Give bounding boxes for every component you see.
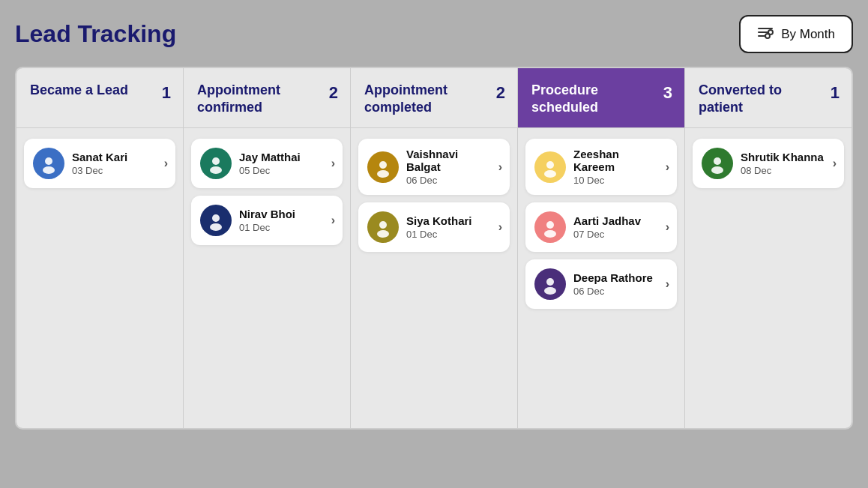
kanban-board: Became a Lead 1 Sanat Kari 03 Dec › Appo… — [15, 67, 853, 430]
card-info: Sanat Kari 03 Dec — [72, 151, 157, 176]
svg-point-11 — [379, 161, 387, 169]
svg-point-14 — [377, 230, 389, 238]
chevron-right-icon: › — [666, 277, 669, 291]
col-count-appointment-confirmed: 2 — [329, 83, 338, 103]
avatar — [702, 148, 733, 179]
card-item[interactable]: Jay Matthai 05 Dec › — [191, 139, 343, 188]
svg-point-17 — [546, 221, 554, 229]
card-date: 10 Dec — [573, 175, 658, 186]
card-name: Sanat Kari — [72, 151, 157, 163]
svg-point-22 — [711, 166, 723, 174]
col-title-appointment-completed: Appointment completed — [364, 82, 484, 115]
svg-point-13 — [379, 221, 387, 229]
avatar — [534, 211, 566, 243]
svg-point-19 — [546, 278, 554, 286]
svg-point-21 — [714, 157, 721, 165]
card-name: Aarti Jadhav — [573, 214, 658, 227]
svg-point-15 — [546, 161, 554, 169]
avatar — [534, 151, 566, 183]
col-title-converted-to-patient: Converted to patient — [699, 82, 819, 115]
svg-point-5 — [45, 157, 52, 165]
card-date: 01 Dec — [239, 222, 324, 233]
card-info: Jay Matthai 05 Dec — [239, 151, 324, 176]
col-title-procedure-scheduled: Procedure scheduled — [531, 82, 651, 115]
avatar — [367, 151, 399, 183]
by-month-button[interactable]: By Month — [739, 15, 853, 53]
filter-icon — [757, 25, 774, 43]
card-name: Siya Kothari — [406, 214, 491, 227]
col-header-converted-to-patient: Converted to patient 1 — [685, 68, 852, 128]
col-title-became-lead: Became a Lead — [30, 82, 128, 99]
card-date: 06 Dec — [573, 286, 658, 297]
page-header: Lead Tracking By Month — [15, 15, 853, 53]
card-date: 07 Dec — [573, 229, 658, 240]
card-info: Nirav Bhoi 01 Dec — [239, 208, 324, 233]
kanban-col-converted-to-patient: Converted to patient 1 Shrutik Khanna 08… — [685, 68, 852, 428]
svg-point-18 — [544, 230, 556, 238]
card-date: 08 Dec — [741, 165, 825, 176]
card-item[interactable]: Deepa Rathore 06 Dec › — [525, 259, 677, 309]
card-name: Vaishnavi Balgat — [406, 148, 491, 173]
card-item[interactable]: Nirav Bhoi 01 Dec › — [191, 196, 343, 245]
col-count-converted-to-patient: 1 — [831, 83, 840, 103]
svg-point-6 — [43, 166, 55, 174]
col-cards-became-lead: Sanat Kari 03 Dec › — [16, 128, 183, 199]
col-cards-procedure-scheduled: Zeeshan Kareem 10 Dec › Aarti Jadhav 07 … — [518, 128, 684, 319]
card-item[interactable]: Siya Kothari 01 Dec › — [358, 202, 510, 252]
svg-point-7 — [212, 157, 220, 165]
avatar — [200, 148, 232, 179]
col-title-appointment-confirmed: Appointment confirmed — [197, 82, 317, 115]
card-info: Aarti Jadhav 07 Dec — [573, 214, 658, 240]
card-name: Deepa Rathore — [573, 271, 658, 284]
col-header-appointment-confirmed: Appointment confirmed 2 — [184, 68, 350, 128]
svg-point-8 — [210, 166, 222, 174]
card-info: Shrutik Khanna 08 Dec — [741, 151, 825, 176]
col-header-procedure-scheduled: Procedure scheduled 3 — [518, 68, 684, 128]
chevron-right-icon: › — [666, 220, 669, 234]
col-count-appointment-completed: 2 — [496, 83, 505, 103]
chevron-right-icon: › — [666, 160, 669, 174]
kanban-col-became-lead: Became a Lead 1 Sanat Kari 03 Dec › — [16, 68, 184, 428]
chevron-right-icon: › — [331, 157, 335, 170]
avatar — [200, 205, 232, 236]
avatar — [367, 211, 399, 243]
svg-point-9 — [212, 214, 220, 222]
card-date: 03 Dec — [72, 165, 157, 176]
card-info: Deepa Rathore 06 Dec — [573, 271, 658, 297]
col-header-appointment-completed: Appointment completed 2 — [351, 68, 517, 128]
by-month-label: By Month — [781, 27, 835, 42]
col-count-procedure-scheduled: 3 — [663, 83, 672, 103]
svg-point-4 — [765, 34, 770, 38]
svg-point-12 — [377, 170, 389, 178]
avatar — [534, 268, 566, 300]
card-item[interactable]: Shrutik Khanna 08 Dec › — [693, 139, 844, 188]
card-item[interactable]: Aarti Jadhav 07 Dec › — [525, 202, 677, 252]
svg-point-16 — [544, 170, 556, 178]
col-header-became-lead: Became a Lead 1 — [16, 68, 183, 128]
chevron-right-icon: › — [498, 220, 502, 234]
chevron-right-icon: › — [498, 160, 502, 174]
svg-point-20 — [544, 287, 556, 295]
col-count-became-lead: 1 — [162, 83, 171, 103]
card-date: 06 Dec — [406, 175, 491, 186]
card-info: Zeeshan Kareem 10 Dec — [573, 148, 658, 186]
col-cards-appointment-confirmed: Jay Matthai 05 Dec › Nirav Bhoi 01 Dec › — [184, 128, 350, 256]
card-item[interactable]: Sanat Kari 03 Dec › — [24, 139, 175, 188]
kanban-col-procedure-scheduled: Procedure scheduled 3 Zeeshan Kareem 10 … — [518, 68, 685, 428]
card-name: Zeeshan Kareem — [573, 148, 658, 173]
svg-point-10 — [210, 223, 222, 231]
card-info: Siya Kothari 01 Dec — [406, 214, 491, 240]
card-info: Vaishnavi Balgat 06 Dec — [406, 148, 491, 186]
chevron-right-icon: › — [331, 214, 335, 227]
card-item[interactable]: Zeeshan Kareem 10 Dec › — [525, 139, 677, 195]
card-item[interactable]: Vaishnavi Balgat 06 Dec › — [358, 139, 510, 195]
card-date: 05 Dec — [239, 165, 324, 176]
avatar — [33, 148, 64, 179]
card-name: Jay Matthai — [239, 151, 324, 163]
col-cards-converted-to-patient: Shrutik Khanna 08 Dec › — [685, 128, 852, 199]
card-date: 01 Dec — [406, 229, 491, 240]
kanban-col-appointment-confirmed: Appointment confirmed 2 Jay Matthai 05 D… — [184, 68, 351, 428]
card-name: Nirav Bhoi — [239, 208, 324, 220]
col-cards-appointment-completed: Vaishnavi Balgat 06 Dec › Siya Kothari 0… — [351, 128, 517, 262]
page-title: Lead Tracking — [15, 20, 176, 48]
